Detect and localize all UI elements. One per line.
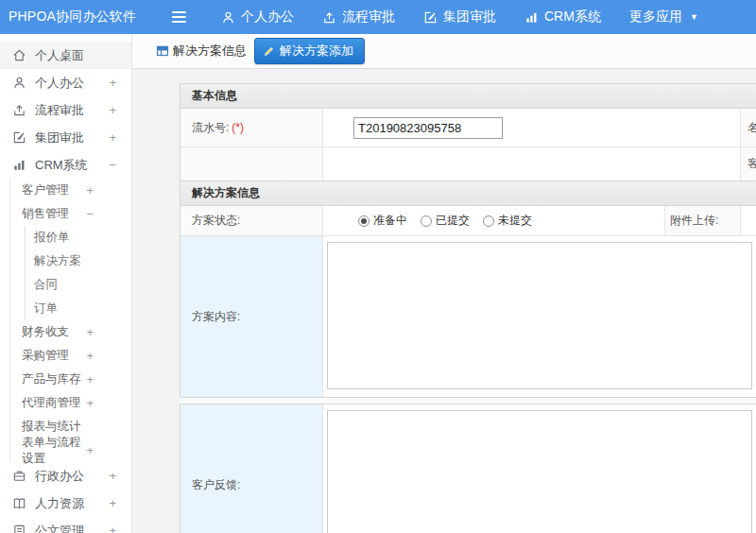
chart-icon	[524, 10, 539, 25]
feedback-textarea[interactable]	[327, 410, 752, 533]
chart-icon	[12, 158, 26, 172]
expand-icon[interactable]: +	[86, 349, 94, 363]
sidebar-item-agent-management[interactable]: 代理商管理 +	[10, 391, 131, 415]
sidebar-item-document-management[interactable]: 公文管理 +	[0, 517, 131, 533]
feedback-cell	[323, 404, 756, 533]
collapse-icon[interactable]: −	[109, 158, 116, 172]
main-area: 解决方案信息 解决方案添加 基本信息 流水号: (*) 名称	[132, 34, 756, 533]
approve-icon	[423, 10, 438, 25]
expand-icon[interactable]: +	[86, 183, 94, 198]
sidebar-item-sales-management[interactable]: 销售管理 −	[10, 202, 131, 226]
serial-number-row: 流水号: (*) 名称	[180, 109, 756, 147]
briefcase-icon	[12, 469, 26, 483]
nav-workflow-approval[interactable]: 流程审批	[308, 0, 409, 34]
sidebar-item-quotation[interactable]: 报价单	[25, 226, 131, 249]
tab-solution-info[interactable]: 解决方案信息	[156, 43, 247, 60]
approve-icon	[12, 130, 26, 145]
user-icon	[12, 76, 26, 90]
attachment-upload-cell	[741, 206, 756, 235]
section-header-basic-info: 基本信息	[180, 84, 756, 109]
user-icon	[221, 10, 235, 25]
chevron-down-icon: ▼	[690, 12, 698, 22]
radio-checked-icon[interactable]	[358, 215, 369, 227]
sidebar-item-customer-management[interactable]: 客户管理 +	[10, 179, 131, 202]
expand-icon[interactable]: +	[109, 103, 116, 117]
feedback-label: 客户反馈:	[180, 404, 323, 533]
radio-unchecked-icon[interactable]	[421, 215, 432, 227]
feedback-block: 客户反馈:	[180, 404, 756, 533]
expand-icon[interactable]: +	[86, 396, 94, 410]
sidebar-item-human-resources[interactable]: 人力资源 +	[0, 490, 131, 517]
sidebar-item-personal-desktop[interactable]: 个人桌面	[0, 42, 131, 69]
section-header-solution-info: 解决方案信息	[180, 181, 756, 206]
content-cell	[323, 236, 756, 397]
expand-icon[interactable]: +	[109, 524, 116, 533]
sidebar-item-contract[interactable]: 合同	[25, 273, 131, 297]
serial-number-input[interactable]	[353, 117, 503, 139]
form-content: 基本信息 流水号: (*) 名称 客户	[132, 69, 756, 533]
empty-value-cell	[323, 147, 741, 181]
sidebar-item-form-workflow-settings[interactable]: 表单与流程设置 +	[10, 438, 131, 462]
basic-info-block: 基本信息 流水号: (*) 名称 客户	[180, 83, 756, 181]
expand-icon[interactable]: +	[109, 469, 116, 483]
tab-solution-add[interactable]: 解决方案添加	[254, 38, 365, 64]
expand-icon[interactable]: +	[86, 325, 94, 339]
required-mark: (*)	[232, 121, 244, 134]
status-radio-group: 准备中 已提交 未提交	[323, 206, 665, 235]
sidebar-item-product-inventory[interactable]: 产品与库存 +	[10, 368, 131, 391]
name-label: 名称	[741, 109, 756, 146]
attachment-upload-label: 附件上传:	[665, 206, 741, 235]
customer-row: 客户	[180, 147, 756, 181]
table-icon	[156, 44, 169, 58]
top-bar: PHPOA协同办公软件 个人办公 流程审批 集团审批 CRM系统 更多应用 ▼	[0, 0, 756, 34]
status-row: 方案状态: 准备中 已提交 未提交	[180, 206, 756, 236]
sidebar: 个人桌面 个人办公 + 流程审批 + 集团审批 + CRM系统 − 客户管理 +…	[0, 34, 132, 533]
expand-icon[interactable]: +	[86, 443, 94, 457]
sidebar-item-personal-office[interactable]: 个人办公 +	[0, 69, 131, 96]
empty-label-cell	[180, 147, 323, 181]
content-row: 方案内容:	[180, 236, 756, 397]
radio-unchecked-icon[interactable]	[483, 215, 494, 227]
app-brand: PHPOA协同办公软件	[0, 9, 132, 26]
radio-option-preparing[interactable]: 准备中	[358, 213, 407, 229]
crm-submenu: 客户管理 + 销售管理 − 报价单 解决方案 合同 订单 财务收支 + 采购管理…	[9, 179, 131, 462]
radio-option-not-submitted[interactable]: 未提交	[483, 213, 532, 229]
pencil-icon	[263, 45, 275, 58]
tab-bar: 解决方案信息 解决方案添加	[132, 34, 756, 69]
sidebar-item-purchasing[interactable]: 采购管理 +	[10, 344, 131, 368]
book-icon	[12, 496, 26, 510]
home-icon	[12, 48, 26, 62]
content-label: 方案内容:	[180, 236, 323, 397]
sidebar-item-solution[interactable]: 解决方案	[25, 249, 131, 273]
solution-info-block: 解决方案信息 方案状态: 准备中 已提交	[180, 181, 756, 398]
sidebar-item-crm-system[interactable]: CRM系统 −	[0, 151, 131, 179]
nav-group-approval[interactable]: 集团审批	[409, 0, 510, 34]
customer-label: 客户	[741, 147, 756, 181]
process-icon	[322, 10, 336, 25]
sidebar-item-order[interactable]: 订单	[25, 297, 131, 320]
serial-number-cell	[323, 109, 741, 146]
expand-icon[interactable]: +	[109, 76, 116, 90]
expand-icon[interactable]: +	[109, 130, 116, 145]
feedback-row: 客户反馈:	[180, 404, 756, 533]
collapse-icon[interactable]: −	[86, 207, 94, 221]
nav-personal-office[interactable]: 个人办公	[207, 0, 308, 34]
serial-number-label: 流水号: (*)	[180, 109, 323, 146]
top-navigation: 个人办公 流程审批 集团审批 CRM系统 更多应用 ▼	[207, 0, 713, 34]
sidebar-item-finance[interactable]: 财务收支 +	[10, 320, 131, 344]
solution-add-form: 基本信息 流水号: (*) 名称 客户	[180, 83, 756, 533]
expand-icon[interactable]: +	[86, 372, 94, 387]
sidebar-item-workflow-approval[interactable]: 流程审批 +	[0, 96, 131, 124]
expand-icon[interactable]: +	[109, 496, 116, 510]
hamburger-menu-icon[interactable]	[172, 11, 186, 23]
nav-crm-system[interactable]: CRM系统	[510, 0, 615, 34]
content-textarea[interactable]	[327, 242, 752, 389]
status-label: 方案状态:	[180, 206, 323, 235]
sidebar-item-group-approval[interactable]: 集团审批 +	[0, 124, 131, 151]
process-icon	[12, 103, 26, 117]
document-icon	[12, 524, 26, 533]
nav-more-apps[interactable]: 更多应用 ▼	[615, 0, 713, 34]
radio-option-submitted[interactable]: 已提交	[421, 213, 470, 229]
